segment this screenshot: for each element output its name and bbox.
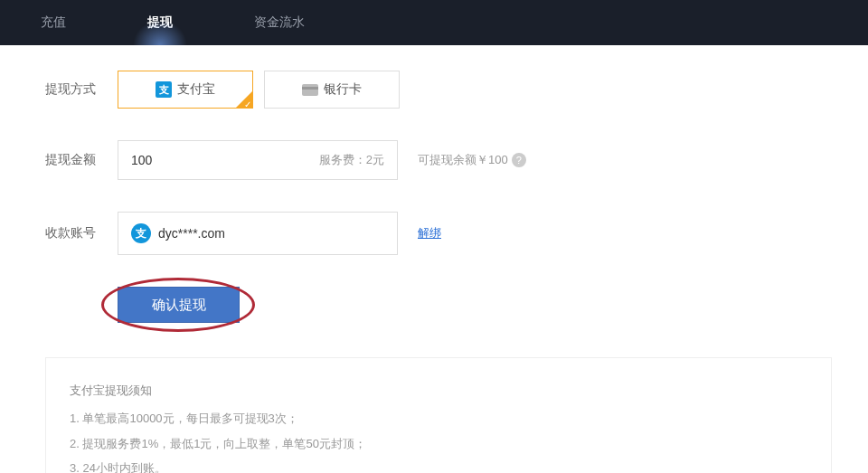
account-label: 收款账号	[45, 225, 118, 241]
main-tabs: 充值 提现 资金流水	[0, 0, 868, 45]
method-bank[interactable]: 银行卡	[264, 71, 400, 109]
amount-box: 服务费：2元	[118, 140, 398, 180]
tab-recharge[interactable]: 充值	[0, 0, 107, 45]
help-icon[interactable]: ?	[512, 153, 526, 167]
notice-item-3: 3. 24小时内到账。	[70, 456, 807, 473]
method-label: 提现方式	[45, 81, 118, 98]
amount-label: 提现金额	[45, 152, 118, 168]
account-row: 收款账号 支 dyc****.com 解绑	[45, 212, 832, 255]
unbind-link[interactable]: 解绑	[418, 225, 441, 241]
alipay-circle-icon: 支	[131, 223, 151, 243]
notice-box: 支付宝提现须知 1. 单笔最高10000元，每日最多可提现3次； 2. 提现服务…	[45, 357, 832, 473]
notice-title: 支付宝提现须知	[70, 378, 807, 402]
submit-row: 确认提现	[118, 287, 240, 323]
amount-input[interactable]	[131, 153, 319, 167]
tab-transactions[interactable]: 资金流水	[213, 0, 345, 45]
account-box: 支 dyc****.com	[118, 212, 398, 255]
method-row: 提现方式 支 支付宝 银行卡	[45, 71, 832, 109]
balance-text: 可提现余额￥100	[418, 152, 508, 168]
method-bank-label: 银行卡	[324, 81, 362, 98]
tab-withdraw[interactable]: 提现	[107, 0, 213, 45]
content-area: 提现方式 支 支付宝 银行卡 提现金额 服务费：2元 可提现余额￥100 ?	[0, 45, 868, 473]
method-alipay-label: 支付宝	[177, 81, 215, 98]
fee-text: 服务费：2元	[319, 152, 384, 168]
card-icon	[302, 84, 318, 96]
notice-item-1: 1. 单笔最高10000元，每日最多可提现3次；	[70, 406, 807, 430]
method-alipay[interactable]: 支 支付宝	[118, 71, 253, 109]
confirm-withdraw-button[interactable]: 确认提现	[118, 287, 240, 323]
amount-row: 提现金额 服务费：2元 可提现余额￥100 ?	[45, 140, 832, 180]
balance-info: 可提现余额￥100 ?	[418, 152, 526, 168]
withdraw-page: 充值 提现 资金流水 提现方式 支 支付宝 银行卡 提现金额 服务费：2元	[0, 0, 868, 473]
notice-item-2: 2. 提现服务费1%，最低1元，向上取整，单笔50元封顶；	[70, 431, 807, 456]
account-text: dyc****.com	[158, 226, 225, 241]
method-options: 支 支付宝 银行卡	[118, 71, 400, 109]
alipay-icon: 支	[156, 81, 172, 98]
